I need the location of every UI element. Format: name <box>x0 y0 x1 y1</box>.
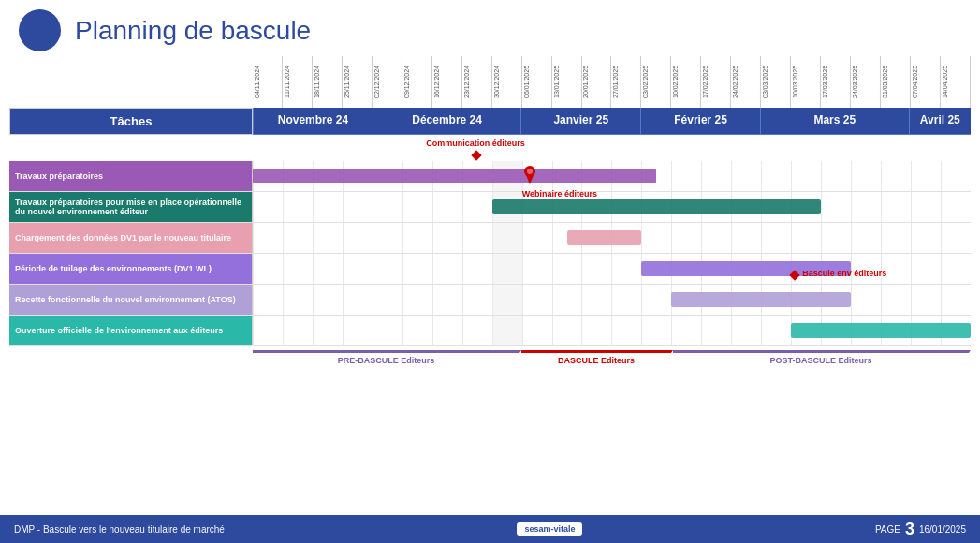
gantt-cell <box>432 161 462 191</box>
date-cell: 16/12/2024 <box>432 56 462 108</box>
date-cell: 31/03/2025 <box>881 56 911 108</box>
gantt-cell <box>492 223 522 253</box>
gantt-cell <box>731 285 761 315</box>
month-cell: Novembre 24 <box>253 108 373 135</box>
gantt-cell <box>671 316 701 345</box>
gantt-cell <box>821 223 851 253</box>
task-label: Recette fonctionnelle du nouvel environn… <box>9 285 253 315</box>
gantt-cell <box>791 285 821 315</box>
gantt-cell <box>432 254 462 284</box>
gantt-cell <box>343 161 373 191</box>
gantt-cell <box>283 192 313 222</box>
gantt-cell <box>761 254 791 284</box>
date-cell: 27/01/2025 <box>611 56 641 108</box>
footer-center: sesam-vitale <box>517 522 582 536</box>
date-cell: 30/12/2024 <box>492 56 522 108</box>
gantt-cell <box>671 223 701 253</box>
phase-row: PRE-BASCULE EditeursBASCULE EditeursPOST… <box>253 350 971 368</box>
gantt-cell <box>462 316 492 345</box>
gantt-cell <box>701 254 731 284</box>
gantt-cell <box>671 285 701 315</box>
task-label: Ouverture officielle de l'environnement … <box>9 316 253 345</box>
gantt-cell <box>552 254 582 284</box>
gantt-cell <box>283 161 313 191</box>
gantt-cell <box>941 223 971 253</box>
gantt-cell <box>941 316 971 345</box>
gantt-cell <box>462 285 492 315</box>
date-cell: 24/03/2025 <box>851 56 881 108</box>
webinaire-container <box>522 166 537 186</box>
gantt-cells <box>253 161 971 191</box>
header-circle <box>19 9 61 51</box>
gantt-cell <box>791 316 821 345</box>
gantt-cell <box>522 254 552 284</box>
svg-point-2 <box>527 169 533 174</box>
gantt-cell <box>881 316 911 345</box>
gantt-cell <box>791 192 821 222</box>
gantt-cell <box>911 161 941 191</box>
phase-cell: POST-BASCULE Editeurs <box>673 350 971 368</box>
gantt-cell <box>492 161 522 191</box>
gantt-cell <box>402 223 432 253</box>
gantt-cell <box>731 254 761 284</box>
gantt-cell <box>373 316 402 345</box>
gantt-cell <box>821 285 851 315</box>
gantt-cell <box>492 192 522 222</box>
gantt-cell <box>492 285 522 315</box>
gantt-cell <box>941 192 971 222</box>
gantt-cell <box>701 316 731 345</box>
gantt-cell <box>402 316 432 345</box>
gantt-cell <box>313 161 343 191</box>
gantt-cell <box>941 161 971 191</box>
gantt-cell <box>671 192 701 222</box>
gantt-cell <box>552 285 582 315</box>
gantt-cell <box>731 316 761 345</box>
date-cell: 23/12/2024 <box>462 56 492 108</box>
gantt-cell <box>373 254 402 284</box>
gantt-cell <box>522 285 552 315</box>
gantt-cell <box>283 285 313 315</box>
annotation-row: Communication éditeurs <box>253 135 971 161</box>
gantt-cell <box>373 161 402 191</box>
gantt-cell <box>462 223 492 253</box>
gantt-cell <box>253 223 283 253</box>
task-label: Travaux préparatoires pour mise en place… <box>9 192 253 222</box>
task-row: Ouverture officielle de l'environnement … <box>9 316 971 346</box>
gantt-cell <box>911 192 941 222</box>
gantt-cell <box>611 161 641 191</box>
gantt-cell <box>731 161 761 191</box>
gantt-cell <box>313 316 343 345</box>
date-cell: 10/03/2025 <box>791 56 821 108</box>
gantt-cell <box>881 223 911 253</box>
gantt-cell <box>522 316 552 345</box>
gantt-cell <box>911 316 941 345</box>
gantt-cell <box>522 223 552 253</box>
gantt-cells <box>253 285 971 315</box>
gantt-cells <box>253 223 971 253</box>
task-row: Travaux préparatoires pour mise en place… <box>9 192 971 223</box>
date-cell: 17/02/2025 <box>701 56 731 108</box>
page-title: Planning de bascule <box>75 16 311 46</box>
date-cell: 10/02/2025 <box>671 56 701 108</box>
gantt-cell <box>701 285 731 315</box>
date-cell: 24/02/2025 <box>731 56 761 108</box>
gantt-cell <box>283 254 313 284</box>
month-cell: Janvier 25 <box>520 108 640 135</box>
date-cell: 18/11/2024 <box>313 56 343 108</box>
phase-cell: PRE-BASCULE Editeurs <box>253 350 521 368</box>
gantt-cell <box>761 192 791 222</box>
gantt-cell <box>432 223 462 253</box>
gantt-cell <box>851 223 881 253</box>
gantt-cell <box>911 285 941 315</box>
gantt-cell <box>492 316 522 345</box>
gantt-cell <box>283 316 313 345</box>
gantt-cell <box>552 316 582 345</box>
page-header: Planning de bascule <box>0 0 980 56</box>
gantt-cell <box>941 285 971 315</box>
page-number: 3 <box>905 521 914 537</box>
gantt-cell <box>432 192 462 222</box>
gantt-cell <box>462 192 492 222</box>
gantt-cell <box>881 161 911 191</box>
date-header-row: 04/11/202411/11/202418/11/202425/11/2024… <box>253 56 971 108</box>
date-cell: 06/01/2025 <box>522 56 552 108</box>
